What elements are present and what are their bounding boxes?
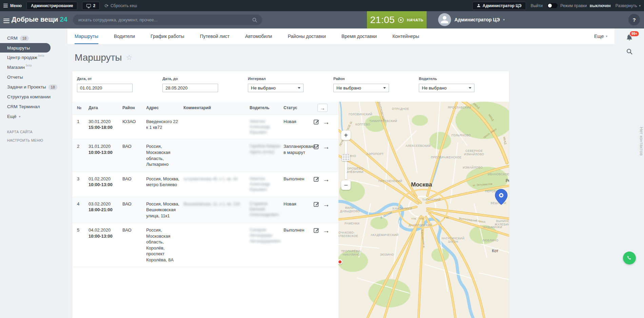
open-route-button[interactable]: → (323, 118, 330, 126)
route-number: 3 (72, 172, 89, 197)
edit-route-button[interactable] (313, 176, 319, 184)
route-time: 15:00-18:00 (89, 124, 120, 131)
sidebar-item-Отчеты[interactable]: Отчеты (0, 72, 67, 82)
map-label: ХОРОШЁВО- (345, 167, 365, 170)
route-comment (183, 139, 250, 172)
route-comment: Вешняковская, 11, к 1, кв. 219 (183, 197, 250, 223)
search-input[interactable] (78, 17, 252, 23)
filter-select[interactable]: Не выбрано (333, 84, 389, 92)
tab-График работы[interactable]: График работы (151, 28, 184, 44)
expand-label: Развернуть (616, 3, 637, 8)
sidebar-item-CRM Терминал[interactable]: CRM Терминал (0, 102, 67, 112)
sidebar-footer-link[interactable]: КАРТА САЙТА (0, 127, 67, 136)
zoom-out-button[interactable]: − (341, 180, 351, 190)
zoom-in-button[interactable]: + (341, 131, 351, 140)
sidebar-item-Задачи и Проекты[interactable]: Задачи и Проекты18 (0, 82, 67, 92)
map-label: Кот (492, 249, 499, 253)
monitor-button[interactable]: 2 (82, 2, 100, 10)
tab-Маршруты[interactable]: Маршруты (75, 28, 98, 44)
monitor-icon (86, 4, 91, 7)
sidebar-footer-link[interactable]: НАСТРОИТЬ МЕНЮ (0, 136, 67, 144)
search-icon[interactable] (252, 17, 257, 23)
map-label: ДАВЫДКОВО (340, 210, 360, 213)
driver-redacted: Никитин Александр Юрьевич (250, 119, 281, 135)
route-time: 10:00-13:00 (89, 150, 120, 156)
counter-badge: 18 (20, 36, 29, 41)
map-label: НАГАТИНСКИЙ (442, 236, 464, 240)
expand-table-button[interactable]: → (317, 104, 328, 112)
work-timer[interactable]: 21:05 НАЧАТЬ (367, 11, 427, 28)
arrow-cell: → (323, 223, 338, 267)
open-route-button[interactable]: → (323, 176, 330, 183)
edit-route-button[interactable] (313, 119, 319, 126)
current-user[interactable]: Администратор ЦЭ ▾ (438, 13, 505, 26)
route-address: Введенского 22 к 1 кв72 (146, 114, 183, 139)
user-name: Администратор ЦЭ (454, 17, 500, 22)
main-content: МаршрутыВодителиГрафик работыПутевой лис… (67, 28, 614, 318)
routes-table-wrap: №ДатаРайонАдресКомментарийВодительСтатус… (72, 102, 338, 318)
column-header-Водитель: Водитель (250, 102, 284, 114)
tab-Путевой лист[interactable]: Путевой лист (200, 28, 229, 44)
sidebar-item-label: Ещё (7, 114, 17, 119)
map-container[interactable]: ГОЛОВИНСКИЙДМИТРОВСКОЕОТРАДНОЕЯРОСЛАВСКИ… (338, 102, 509, 318)
edit-route-button[interactable] (313, 201, 319, 209)
tab-Автомобили[interactable]: Автомобили (245, 28, 272, 44)
map-label: АЭРОПОРТ (367, 152, 384, 156)
edit-route-button[interactable] (313, 227, 319, 235)
route-date: 03.02.2020 (89, 201, 120, 207)
map-label: ТРОПАРЁВО- (341, 250, 362, 253)
driver-redacted: Сапаров Автандурды Автандурдиевич (250, 227, 281, 244)
filter-label: Интервал (248, 77, 304, 81)
table-row: 403.02.202018:00-21:00ВАОРоссия, Москва,… (72, 197, 338, 223)
reset-cache-button[interactable]: ⟳ Сбросить кеш (104, 3, 137, 8)
route-date-cell: 03.02.202018:00-21:00 (89, 197, 122, 223)
app-logo[interactable]: Добрые вещи24 (12, 16, 67, 23)
route-number: 4 (72, 197, 89, 223)
notifications-button[interactable]: 99+ (625, 33, 633, 42)
sidebar-item-CRM[interactable]: CRM18 (0, 33, 67, 43)
expand-button[interactable]: Развернуть ▾ (616, 3, 641, 8)
administration-button[interactable]: Администрирование (26, 2, 77, 10)
sidebar-item-Маршруты[interactable]: Маршруты (0, 43, 51, 53)
filter-value: Не выбрано (422, 85, 447, 91)
sidebar-item-Центр продаж[interactable]: Центр продажbeta (0, 53, 67, 62)
dock-search-button[interactable] (626, 48, 633, 56)
tab-Районы доставки[interactable]: Районы доставки (288, 28, 326, 44)
sidebar-item-Магазин[interactable]: Магазинbeta (0, 62, 67, 72)
edit-mode-toggle[interactable]: Режим правки выключен (547, 3, 611, 8)
map-label: ТТК (411, 217, 416, 220)
filter-input[interactable]: 01.01.2020 (77, 84, 133, 92)
open-route-button[interactable]: → (323, 143, 330, 151)
map-canvas[interactable]: ГОЛОВИНСКИЙДМИТРОВСКОЕОТРАДНОЕЯРОСЛАВСКИ… (338, 102, 509, 318)
route-driver: Стариков Евгений Александрович (250, 197, 284, 223)
column-header-Адрес: Адрес (146, 102, 183, 114)
help-button[interactable]: ? (628, 14, 640, 25)
edit-route-button[interactable] (313, 143, 319, 151)
tab-Водители[interactable]: Водители (114, 28, 135, 44)
open-route-button[interactable]: → (323, 201, 330, 208)
route-driver: Сапаров Автандурды Автандурдиевич (250, 223, 284, 267)
driver-redacted: Стариков Евгений Александрович (250, 201, 281, 218)
timer-time: 21:05 (370, 15, 395, 25)
open-route-button[interactable]: → (323, 227, 330, 234)
filter-input[interactable]: 28.05.2020 (162, 84, 218, 92)
call-button[interactable] (623, 252, 636, 264)
map-label: ОЧАКОВО- (338, 231, 355, 234)
zoom-handle[interactable] (342, 154, 350, 161)
admin-menu-button[interactable]: Меню (3, 3, 22, 8)
tab-Время доставки[interactable]: Время доставки (341, 28, 377, 44)
route-date: 31.01.2020 (89, 143, 120, 150)
sidebar-item-Ещё[interactable]: Ещё▾ (0, 112, 67, 121)
filter-select[interactable]: Не выбрано (419, 84, 474, 92)
filter-select[interactable]: Не выбрано (248, 84, 304, 92)
notifications-badge: 99+ (629, 31, 640, 37)
favorite-star-icon[interactable]: ☆ (126, 54, 132, 62)
admin-user-button[interactable]: Администратор ЦЭ (472, 2, 526, 10)
right-dock: 99+ Нет контактов (614, 28, 644, 318)
logout-button[interactable]: Выйти (531, 3, 543, 8)
tab-more[interactable]: Еще ▾ (594, 28, 607, 44)
tab-Контейнеры[interactable]: Контейнеры (392, 28, 419, 44)
sidebar-item-Структура компании[interactable]: Структура компании (0, 92, 67, 102)
hamburger-icon[interactable] (3, 17, 9, 24)
map-label: МНЁВНИКИ (346, 170, 364, 174)
